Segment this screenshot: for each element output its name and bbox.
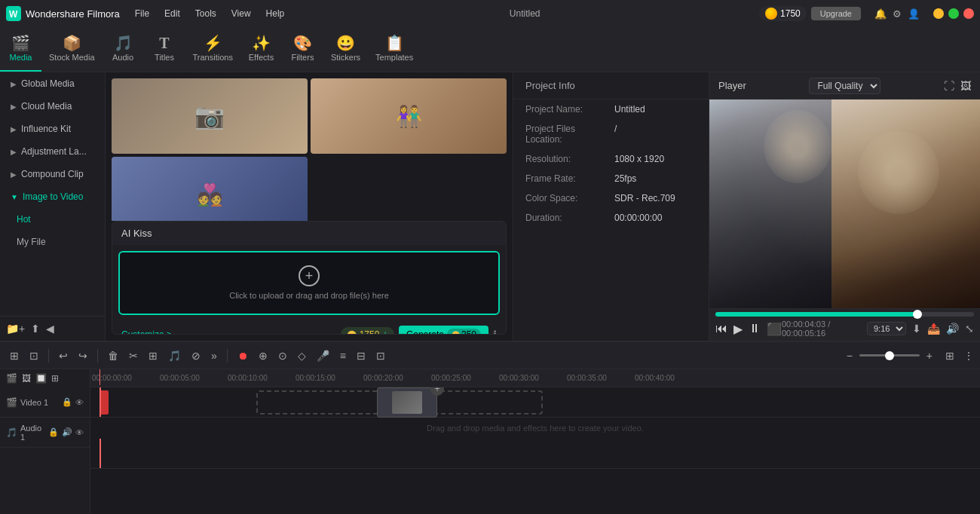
coins-badge[interactable]: 1750 [759,6,807,21]
add-coins-icon[interactable]: + [382,329,388,335]
tab-templates[interactable]: 📋 Templates [368,27,421,72]
ruler-inner: 00:00:00:00 00:00:05:00 00:00:10:00 00:0… [90,369,980,385]
cut-button[interactable]: ✂ [125,347,142,364]
panel-item-my-file[interactable]: My File [0,231,105,253]
media-thumb-2[interactable]: 👫 [311,78,507,154]
settings-icon[interactable]: ⚙ [893,8,902,20]
ai-kiss-upload-zone[interactable]: + Click to upload or drag and drop file(… [118,251,500,315]
more-btn[interactable]: » [207,347,221,364]
menu-help[interactable]: Help [260,7,291,20]
menu-edit[interactable]: Edit [158,7,186,20]
speed-btn[interactable]: ⊙ [274,347,291,364]
layout-more-button[interactable]: ⋮ [963,350,974,362]
zoom-fit-icon[interactable]: ⤡ [965,323,974,335]
render-icon[interactable]: ⬇ [912,323,921,335]
playhead-audio [100,439,101,468]
audio-lock-btn[interactable]: 🔒 [48,427,59,437]
titlebar-controls: 1750 Upgrade 🔔 ⚙ 👤 [759,6,974,21]
undo-button[interactable]: ↩ [55,347,72,364]
mic-btn[interactable]: 🎤 [313,347,333,364]
aspect-ratio-select[interactable]: 9:16 [867,322,906,335]
ai-kiss-footer: Customize > ⬤ 1750 + Generate ⬤ 250 [112,321,506,335]
left-panel: ▶ Global Media ▶ Cloud Media ▶ Influence… [0,72,106,341]
captions-btn[interactable]: ≡ [336,347,350,364]
tab-filters[interactable]: 🎨 Filters [282,27,323,72]
audio-eye-btn[interactable]: 👁 [75,427,84,437]
add-track-video-btn[interactable]: 🎬 [6,373,17,384]
tab-stock-media[interactable]: 📦 Stock Media [41,27,103,72]
generate-button[interactable]: Generate ⬤ 250 [399,326,488,335]
volume-icon[interactable]: 🔊 [946,323,959,335]
import-button[interactable]: ⬆ [31,323,40,335]
panel-item-influence-kit[interactable]: ▶ Influence Kit [0,118,105,140]
upgrade-button[interactable]: Upgrade [811,7,861,20]
tab-media[interactable]: 🎬 Media [0,27,41,72]
panel-item-image-to-video[interactable]: ▼ Image to Video [0,185,105,208]
trim-btn[interactable]: ⊡ [372,347,389,364]
progress-bar[interactable] [715,312,974,317]
color-match-btn[interactable]: ⊟ [353,347,369,364]
menu-file[interactable]: File [129,7,155,20]
skip-back-button[interactable]: ⏮ [715,322,727,335]
zoom-out-button[interactable]: − [843,347,856,364]
toolbar-magnet-btn[interactable]: ⊡ [26,347,42,364]
media-thumb-1[interactable]: 📷 [112,78,308,154]
customize-link[interactable]: Customize > [121,329,172,335]
audio-extract-btn[interactable]: 🎵 [164,347,185,364]
toolbar-snap-btn[interactable]: ⊞ [6,347,23,364]
user-icon[interactable]: 👤 [908,8,920,20]
layout-grid-button[interactable]: ⊞ [945,350,954,362]
collapse-panel-button[interactable]: ◀ [46,323,54,335]
add-track-sticker-btn[interactable]: 🔲 [35,373,47,384]
ruler-mark-3: 00:00:15:00 [296,374,335,382]
tab-templates-label: Templates [375,53,413,62]
copy-button[interactable]: ⊞ [145,347,161,364]
tab-stickers[interactable]: 😀 Stickers [323,27,368,72]
split-audio-btn[interactable]: ⊘ [188,347,204,364]
panel-item-compound[interactable]: ▶ Compound Clip [0,163,105,185]
track-eye-btn[interactable]: 👁 [75,397,84,407]
track-lock-btn[interactable]: 🔒 [62,397,72,407]
tracks-inner: + Drag and drop media and effects here t… [90,387,980,514]
drag-item[interactable]: + [377,387,437,418]
zoom-in-button[interactable]: + [923,347,936,364]
redo-button[interactable]: ↪ [75,347,91,364]
snapshot-icon[interactable]: 🖼 [960,80,971,92]
quality-select[interactable]: Full Quality [809,78,880,94]
add-track-photo-btn[interactable]: 🖼 [22,373,31,384]
info-icon[interactable]: ℹ [493,329,497,335]
titlebar: W Wondershare Filmora File Edit Tools Vi… [0,0,980,27]
share-icon[interactable]: 📤 [927,323,940,335]
menu-tools[interactable]: Tools [189,7,222,20]
panel-item-adjustment[interactable]: ▶ Adjustment La... [0,140,105,163]
player-icons: ⛶ 🖼 [944,80,971,92]
panel-item-global-media[interactable]: ▶ Global Media [0,72,105,95]
maximize-button[interactable] [948,8,959,19]
tab-effects[interactable]: ✨ Effects [240,27,282,72]
pause-button[interactable]: ⏸ [749,322,761,335]
panel-item-hot[interactable]: Hot [0,208,105,231]
media-thumb-3[interactable]: 💑 [112,157,308,221]
add-folder-button[interactable]: 📁+ [6,323,25,335]
menu-view[interactable]: View [225,7,257,20]
close-button[interactable] [963,8,974,19]
tab-transitions[interactable]: ⚡ Transitions [185,27,240,72]
tab-titles[interactable]: T Titles [144,27,185,72]
minimize-button[interactable] [933,8,944,19]
motion-btn[interactable]: ⊕ [255,347,271,364]
play-button[interactable]: ▶ [733,322,743,336]
keyframe-btn[interactable]: ◇ [294,347,310,364]
video-track-row: + [90,387,980,418]
add-track-pip-btn[interactable]: ⊞ [51,373,59,384]
cloud-media-label: Cloud Media [21,101,72,112]
notifications-icon[interactable]: 🔔 [874,8,887,20]
audio-mute-btn[interactable]: 🔊 [62,427,72,437]
record-btn[interactable]: ⏺ [234,347,252,364]
ruler-mark-2: 00:00:10:00 [228,374,268,382]
zoom-slider[interactable] [859,354,920,356]
delete-button[interactable]: 🗑 [104,347,122,364]
tab-audio[interactable]: 🎵 Audio [103,27,144,72]
fullscreen-icon[interactable]: ⛶ [944,80,954,92]
loop-button[interactable]: ⬛ [767,322,782,336]
panel-item-cloud-media[interactable]: ▶ Cloud Media [0,95,105,118]
